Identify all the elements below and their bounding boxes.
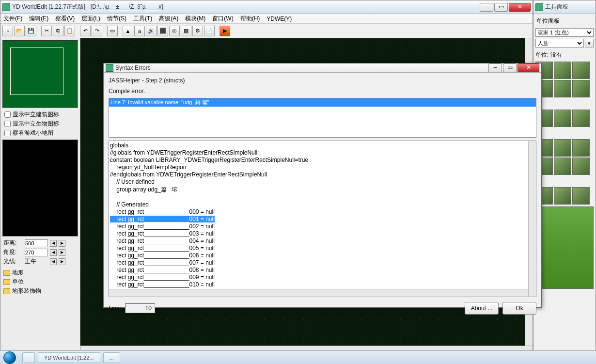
menu-window[interactable]: 窗口(W) xyxy=(212,15,233,23)
tool-object[interactable]: ▦ xyxy=(181,26,191,36)
menu-view[interactable]: 察看(V) xyxy=(55,15,75,23)
category-special: 殊 xyxy=(535,176,594,186)
about-button[interactable]: About ... xyxy=(465,302,499,315)
tool-terrain[interactable]: ▲ xyxy=(123,26,133,36)
unit-cell[interactable] xyxy=(554,139,571,157)
palette-option-button[interactable]: ▾ xyxy=(585,39,594,47)
terrain-preview xyxy=(535,206,594,289)
chk-label: 显示中立建筑图标 xyxy=(13,111,59,119)
folder-icon xyxy=(3,279,10,285)
player-select[interactable]: 玩家 1 (红色) xyxy=(535,28,594,37)
folder-icon xyxy=(3,270,10,276)
tool-palette-window: 工具面板 单位面板 玩家 1 (红色) 人族 ▾ 单位: 没有 雄 筑 xyxy=(533,0,596,354)
tree-units[interactable]: 单位 xyxy=(3,277,77,286)
dialog-titlebar[interactable]: Syntax Errors – ▭ ✕ xyxy=(104,63,541,73)
menu-ydwe[interactable]: YDWE(Y) xyxy=(267,16,292,22)
menu-scenario[interactable]: 情节(S) xyxy=(107,15,126,23)
unit-cell[interactable] xyxy=(572,158,590,175)
layer-tree: 地形 单位 地形装饰物 xyxy=(0,266,80,298)
distance-input[interactable] xyxy=(25,239,48,247)
close-button[interactable]: ✕ xyxy=(509,3,531,12)
error-line-item[interactable]: Line 7: Invalid variable name: "udg_鐞 璨" xyxy=(109,98,536,107)
unit-cell[interactable] xyxy=(554,110,571,127)
tool-camera[interactable]: ◎ xyxy=(169,26,180,36)
tool-import[interactable]: 📄 xyxy=(204,26,215,36)
start-button[interactable] xyxy=(0,351,19,364)
dialog-close-button[interactable]: ✕ xyxy=(518,63,539,72)
menu-advanced[interactable]: 高级(A) xyxy=(159,15,178,23)
folder-icon xyxy=(3,288,10,294)
tool-cut[interactable]: ✂ xyxy=(41,26,52,36)
ok-button[interactable]: Ok xyxy=(502,302,536,315)
tool-unit[interactable]: 🔊 xyxy=(146,26,157,36)
unit-grid: 雄 筑 殊 xyxy=(535,62,594,205)
dialog-minimize-button[interactable]: – xyxy=(488,63,502,72)
light-value: 正午 xyxy=(25,257,48,266)
chk-neutral-units[interactable] xyxy=(4,121,11,127)
tool-doodad[interactable]: a xyxy=(134,26,145,36)
menu-file[interactable]: 文件(F) xyxy=(3,15,22,23)
unit-cell[interactable] xyxy=(572,110,590,127)
chk-label: 察看游戏小地图 xyxy=(13,129,53,137)
dialog-maximize-button[interactable]: ▭ xyxy=(503,63,517,72)
unit-cell[interactable] xyxy=(554,62,571,79)
menu-help[interactable]: 帮助(H) xyxy=(240,15,260,23)
angle-input[interactable] xyxy=(25,249,48,256)
spin-right-icon[interactable]: ▶ xyxy=(59,258,65,265)
tool-save[interactable]: 💾 xyxy=(26,26,36,36)
palette-icon xyxy=(535,3,543,11)
chk-neutral-buildings[interactable] xyxy=(4,111,11,118)
tool-test[interactable]: ▶ xyxy=(220,26,230,36)
tool-paste[interactable]: 📋 xyxy=(64,26,75,36)
tool-open[interactable]: 📂 xyxy=(14,26,25,36)
tool-region[interactable]: ⬛ xyxy=(157,26,168,36)
unit-cell[interactable] xyxy=(554,80,571,97)
main-titlebar[interactable]: YD WorldEdit [1.22.7正式版] - [D:\...\µ__±_… xyxy=(0,0,533,14)
palette-title: 工具面板 xyxy=(545,3,594,11)
spin-left-icon[interactable]: ◀ xyxy=(50,240,57,247)
unit-cell[interactable] xyxy=(554,158,571,175)
menu-edit[interactable]: 编辑(E) xyxy=(29,15,48,23)
menu-tools[interactable]: 工具(T) xyxy=(133,15,152,23)
step-label: JASSHelper - Step 2 (structs) xyxy=(109,77,536,84)
menu-layer[interactable]: 层面(L) xyxy=(81,15,100,23)
code-view[interactable]: globals //globals from YDWETriggerRegist… xyxy=(109,141,536,297)
tool-new[interactable]: ▫ xyxy=(2,26,13,36)
race-select[interactable]: 人族 xyxy=(535,39,584,47)
taskbar-item-worldedit[interactable]: YD WorldEdit [1.22... xyxy=(38,352,100,363)
tree-doodads[interactable]: 地形装饰物 xyxy=(3,286,77,296)
unit-cell[interactable] xyxy=(572,80,590,97)
tool-undo[interactable]: ↶ xyxy=(80,26,91,36)
syntax-errors-dialog: Syntax Errors – ▭ ✕ JASSHelper - Step 2 … xyxy=(103,63,542,308)
chk-minimap[interactable] xyxy=(4,130,11,136)
app-icon xyxy=(2,3,10,11)
taskbar-item-other[interactable]: ... xyxy=(103,352,120,363)
preview-box xyxy=(2,140,78,237)
minimap[interactable] xyxy=(2,40,78,108)
unit-cell[interactable] xyxy=(554,187,571,205)
maximize-button[interactable]: ▭ xyxy=(494,3,508,12)
unit-cell[interactable] xyxy=(572,62,590,79)
palette-header: 单位面板 xyxy=(535,16,594,28)
tool-select[interactable]: ▭ xyxy=(107,26,118,36)
tool-trigger[interactable]: ⚙ xyxy=(192,26,203,36)
menu-module[interactable]: 模块(M) xyxy=(185,15,205,23)
minimize-button[interactable]: – xyxy=(480,3,493,12)
menubar: 文件(F) 编辑(E) 察看(V) 层面(L) 情节(S) 工具(T) 高级(A… xyxy=(0,14,533,24)
distance-label: 距离: xyxy=(3,239,23,247)
code-vertical-scrollbar[interactable] xyxy=(528,141,536,297)
spin-left-icon[interactable]: ◀ xyxy=(50,258,57,265)
code-horizontal-scrollbar[interactable] xyxy=(109,289,528,297)
tool-redo[interactable]: ↷ xyxy=(92,26,102,36)
category-hero: 雄 xyxy=(535,98,594,109)
error-list[interactable]: Line 7: Invalid variable name: "udg_鐞 璨" xyxy=(109,98,536,138)
palette-titlebar[interactable]: 工具面板 xyxy=(533,0,596,14)
spin-right-icon[interactable]: ▶ xyxy=(59,240,65,247)
spin-left-icon[interactable]: ◀ xyxy=(50,249,57,256)
taskbar-item[interactable] xyxy=(22,352,35,363)
unit-cell[interactable] xyxy=(572,187,590,205)
tool-copy[interactable]: ⧉ xyxy=(53,26,63,36)
spin-right-icon[interactable]: ▶ xyxy=(59,249,65,256)
tree-terrain[interactable]: 地形 xyxy=(3,268,77,277)
unit-cell[interactable] xyxy=(572,139,590,157)
